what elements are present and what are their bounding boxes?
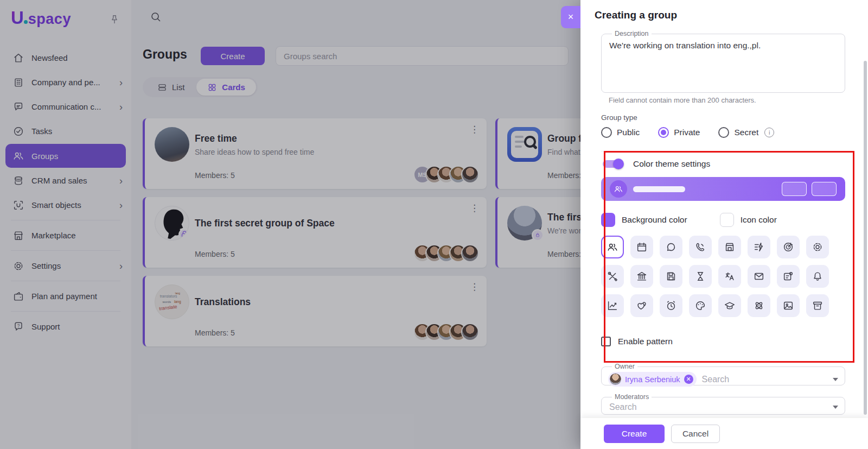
moderators-field[interactable]: Moderators Search: [601, 393, 845, 415]
enable-pattern-checkbox[interactable]: [601, 337, 611, 346]
radio-label: Public: [617, 128, 640, 137]
divider: [601, 151, 845, 151]
description-helper: Field cannot contain more than 200 chara…: [609, 96, 845, 104]
archive-icon[interactable]: [806, 294, 829, 317]
chevron-down-icon[interactable]: [833, 406, 838, 409]
moderators-search-placeholder[interactable]: Search: [609, 402, 637, 412]
hourglass-icon[interactable]: [689, 265, 712, 288]
modal-title: Creating a group: [580, 0, 868, 30]
contact-icon[interactable]: [777, 265, 800, 288]
icon-grid: [601, 236, 845, 317]
remove-owner-icon[interactable]: ✕: [684, 375, 693, 384]
owner-search-placeholder[interactable]: Search: [702, 375, 730, 384]
radio-public[interactable]: Public: [601, 127, 640, 138]
bank-icon[interactable]: [630, 265, 653, 288]
color-theme-toggle[interactable]: [603, 160, 621, 168]
creating-group-modal: × Creating a group Description We're wor…: [580, 0, 868, 449]
modal-cancel-button[interactable]: Cancel: [671, 425, 720, 443]
modal-backdrop[interactable]: [0, 0, 580, 449]
hearts-icon[interactable]: [630, 294, 653, 317]
radio-label: Private: [674, 128, 700, 137]
radio-icon: [658, 127, 669, 138]
save-icon[interactable]: [660, 265, 682, 288]
gear-icon[interactable]: [806, 236, 829, 258]
modal-body: Description We're working on translation…: [601, 30, 845, 418]
description-value[interactable]: We're working on translation into eng.,p…: [608, 39, 838, 53]
bell-icon[interactable]: [806, 265, 829, 288]
tools-icon[interactable]: [601, 265, 624, 288]
chat-icon[interactable]: [660, 236, 682, 258]
group-theme-preview: [601, 177, 845, 201]
owner-avatar: [610, 374, 621, 385]
preview-title-placeholder: [633, 186, 685, 192]
preview-group-icon: [610, 180, 627, 198]
graduation-icon[interactable]: [718, 294, 741, 317]
image-icon[interactable]: [777, 294, 800, 317]
info-icon[interactable]: i: [764, 128, 774, 137]
preview-button-placeholder: [782, 182, 807, 196]
translate-icon[interactable]: [718, 265, 741, 288]
owner-chip-name: Iryna Serbeniuk: [625, 375, 680, 384]
palette-icon[interactable]: [689, 294, 712, 317]
color-theme-toggle-label: Color theme settings: [633, 159, 710, 169]
background-color-swatch[interactable]: [601, 213, 615, 227]
store-icon[interactable]: [718, 236, 741, 258]
owner-chip[interactable]: Iryna Serbeniuk ✕: [608, 372, 697, 387]
alarm-icon[interactable]: [660, 294, 682, 317]
group-type-label: Group type: [601, 113, 845, 122]
radio-icon: [718, 127, 729, 138]
modal-footer: Create Cancel: [580, 418, 868, 449]
radio-private[interactable]: Private: [658, 127, 700, 138]
description-field[interactable]: Description We're working on translation…: [601, 30, 845, 93]
icon-color-swatch[interactable]: [720, 213, 734, 227]
phone-icon[interactable]: [689, 236, 712, 258]
modal-create-button[interactable]: Create: [604, 425, 665, 443]
radio-label: Secret: [734, 128, 758, 137]
modal-scrollbar[interactable]: [864, 61, 867, 415]
radio-icon: [601, 127, 612, 138]
radio-secret[interactable]: Secret i: [718, 127, 774, 138]
background-color-label: Background color: [622, 215, 687, 225]
icon-color-label: Icon color: [741, 215, 777, 225]
group-type-radios: Public Private Secret i: [601, 127, 845, 138]
tasks-icon[interactable]: [748, 236, 770, 258]
enable-pattern-label: Enable pattern: [618, 337, 673, 346]
atom-icon[interactable]: [748, 294, 770, 317]
chart-icon[interactable]: [601, 294, 624, 317]
mail-icon[interactable]: [748, 265, 770, 288]
owner-field[interactable]: Owner Iryna Serbeniuk ✕ Search: [601, 363, 845, 385]
calendar-icon[interactable]: [630, 236, 653, 258]
close-modal-button[interactable]: ×: [561, 6, 580, 28]
owner-label: Owner: [612, 363, 637, 370]
people-icon[interactable]: [601, 236, 624, 258]
moderators-label: Moderators: [612, 393, 652, 401]
target-icon[interactable]: [777, 236, 800, 258]
description-label: Description: [612, 30, 652, 37]
preview-button-placeholder: [812, 182, 837, 196]
chevron-down-icon[interactable]: [833, 378, 838, 381]
